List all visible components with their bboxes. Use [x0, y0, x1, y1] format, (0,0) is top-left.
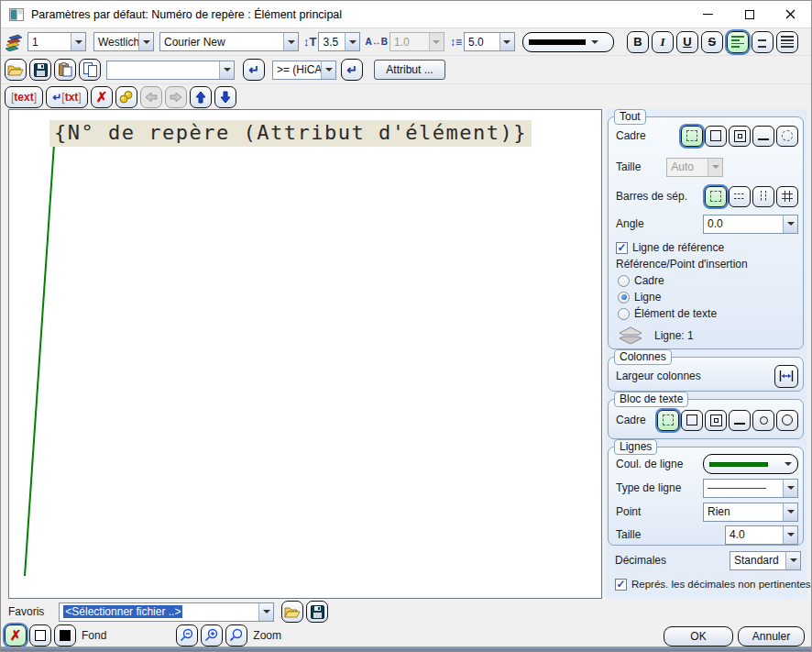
font-select[interactable]: Courier New [159, 32, 299, 51]
format-toolbar: 1 Westlich Courier New ↕T 3.5 A↔B 1.0 ↕≡… [1, 28, 811, 56]
sep-grid-button[interactable] [776, 186, 798, 207]
bloc-cadre-none-button[interactable] [657, 410, 679, 431]
fond-label: Fond [82, 629, 106, 642]
dialog-window: Paramètres par défaut: Numéro de repère … [0, 0, 812, 652]
move-down-button[interactable] [214, 86, 236, 108]
line-width-swatch [529, 39, 586, 45]
dropdown-arrow-icon [785, 552, 800, 569]
underline-frame-icon [758, 132, 769, 140]
sep-none-button[interactable] [705, 186, 727, 207]
horizontal-separators-icon [733, 190, 746, 203]
expression-select[interactable] [106, 61, 235, 80]
angle-label: Angle [616, 217, 644, 230]
favoris-save-button[interactable] [306, 601, 328, 623]
apply-operator-button[interactable]: ↵ [341, 59, 363, 81]
decimales-select[interactable]: Standard [730, 551, 801, 570]
move-up-button[interactable] [190, 86, 212, 108]
text-element[interactable]: {N° de repère (Attribut d'élément)} [49, 120, 532, 147]
barres-label: Barres de sép. [616, 190, 687, 203]
paste-button[interactable] [54, 59, 76, 81]
apply-expression-button[interactable]: ↵ [243, 59, 265, 81]
circle-frame-icon [782, 130, 793, 141]
background-white-button[interactable] [29, 624, 51, 646]
dropdown-arrow-icon [258, 603, 273, 621]
group-tout-title: Tout [614, 109, 646, 125]
attribute-button[interactable]: Attribut ... [374, 60, 445, 80]
white-square-icon [35, 630, 46, 641]
zoom-out-button[interactable] [176, 624, 198, 646]
bloc-cadre-underline-button[interactable] [729, 410, 751, 431]
close-button[interactable] [770, 1, 811, 28]
zoom-fit-button[interactable] [225, 624, 247, 646]
window-bottom-edge [1, 646, 811, 652]
cadre-rect-button[interactable] [705, 126, 727, 147]
reference-line[interactable] [9, 110, 601, 598]
bold-button[interactable]: B [627, 31, 649, 53]
bloc-cadre-small-circle-button[interactable] [752, 410, 774, 431]
align-justify-button[interactable] [776, 31, 798, 53]
paste-icon [59, 62, 72, 77]
text-editor-canvas[interactable]: {N° de repère (Attribut d'élément)} [8, 109, 602, 599]
sep-horizontal-button[interactable] [729, 186, 751, 207]
cadre-circle-button[interactable] [776, 126, 798, 147]
zoom-in-button[interactable] [201, 624, 223, 646]
minimize-button[interactable] [687, 1, 729, 28]
options-button[interactable] [115, 86, 137, 108]
ok-button[interactable]: OK [664, 626, 733, 646]
radio-element-texte[interactable]: Élément de texte [618, 303, 798, 325]
line-type-select[interactable] [703, 479, 798, 498]
line-spinner-icon[interactable] [616, 324, 645, 348]
underline-button[interactable]: U [676, 31, 698, 53]
insert-text-line-button[interactable]: ↵[txt] [46, 86, 88, 108]
cadre-none-button[interactable] [681, 126, 703, 147]
enter-icon: ↵ [248, 62, 259, 77]
dashed-frame-icon [663, 414, 674, 425]
decimales-label: Décimales [615, 554, 666, 567]
cadre-underline-button[interactable] [752, 126, 774, 147]
repres-decimales-checkbox[interactable]: ✓ Représ. les décimales non pertinentes [615, 573, 806, 595]
cadre-double-rect-button[interactable] [729, 126, 751, 147]
dropdown-arrow-icon [783, 526, 797, 544]
favoris-select[interactable]: <Sélectionner fichier ..> [59, 602, 274, 622]
line-width-select[interactable] [522, 32, 614, 52]
background-none-button[interactable]: ✗ [5, 624, 27, 646]
point-select[interactable]: Rien [703, 503, 798, 522]
double-rect-frame-icon [734, 130, 746, 142]
strikethrough-button[interactable]: S [701, 31, 723, 53]
layer-select[interactable]: 1 [27, 32, 86, 51]
angle-select[interactable]: 0.0 [703, 215, 798, 234]
taille-select: Auto [666, 158, 723, 177]
favoris-open-button[interactable] [281, 601, 303, 623]
copy-button[interactable] [79, 59, 101, 81]
green-line-swatch [709, 462, 768, 467]
background-black-button[interactable] [54, 624, 76, 646]
open-button[interactable] [5, 59, 27, 81]
close-icon [785, 9, 796, 19]
line-spacing-select[interactable]: 5.0 [464, 32, 515, 51]
bloc-cadre-circle-button[interactable] [776, 410, 798, 431]
maximize-button[interactable] [729, 1, 770, 28]
settings-panel: Tout Cadre Taille Auto Barres [606, 109, 807, 599]
insert-text-button[interactable]: [text] [5, 86, 43, 108]
bloc-cadre-rect-button[interactable] [681, 410, 703, 431]
save-button[interactable] [29, 59, 51, 81]
operator-select[interactable]: >= (HiCAD [272, 61, 336, 80]
arrow-right-icon [170, 92, 182, 103]
encoding-select[interactable]: Westlich [93, 32, 154, 51]
sep-vertical-button[interactable] [752, 186, 774, 207]
align-left-button[interactable] [727, 31, 749, 53]
italic-button[interactable]: I [652, 31, 674, 53]
largeur-colonnes-button[interactable] [774, 365, 798, 388]
dropdown-arrow-icon [591, 40, 598, 44]
dropdown-arrow-icon [785, 462, 792, 466]
annuler-button[interactable]: Annuler [738, 626, 805, 646]
title-bar: Paramètres par défaut: Numéro de repère … [1, 1, 811, 28]
delete-button[interactable]: ✗ [91, 86, 113, 108]
taille-ligne-select[interactable]: 4.0 [725, 525, 798, 545]
largeur-colonnes-label: Largeur colonnes [616, 370, 701, 382]
align-center-button[interactable] [752, 31, 774, 53]
text-height-select[interactable]: 3.5 [318, 32, 360, 51]
line-color-select[interactable] [703, 454, 798, 474]
group-bloc-title: Bloc de texte [614, 392, 688, 407]
bloc-cadre-double-rect-button[interactable] [705, 410, 727, 431]
